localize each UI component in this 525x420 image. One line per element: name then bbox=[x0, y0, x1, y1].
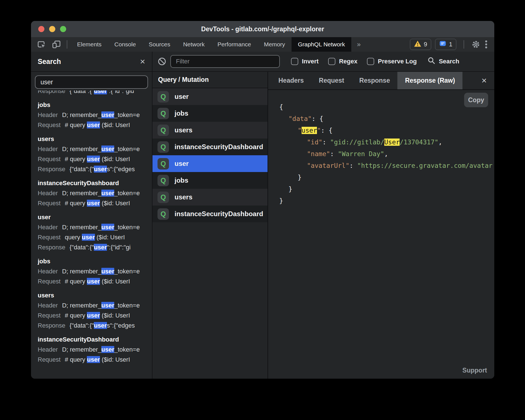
search-panel-close-icon[interactable]: × bbox=[140, 57, 145, 66]
search-result-section-title[interactable]: jobs bbox=[38, 100, 145, 110]
tab-sources[interactable]: Sources bbox=[142, 37, 177, 52]
search-result-row[interactable]: HeaderD; remember_user_token=e bbox=[38, 144, 145, 154]
issues-badge[interactable]: 1 bbox=[435, 39, 456, 50]
search-icon bbox=[427, 56, 436, 66]
search-text-segment: _token=e bbox=[114, 302, 140, 309]
tab-elements[interactable]: Elements bbox=[71, 37, 108, 52]
screen-background: DevTools - gitlab.com/-/graphql-explorer bbox=[0, 0, 525, 420]
query-list-item[interactable]: Qjobs bbox=[152, 105, 268, 122]
search-result-row[interactable]: Request# query user ($id: UserI bbox=[38, 154, 145, 164]
search-result-row[interactable]: HeaderD; remember_user_token=e bbox=[38, 222, 145, 232]
tabbar-right-controls: 9 1 bbox=[410, 37, 495, 52]
query-list-item[interactable]: Qusers bbox=[152, 122, 268, 139]
filter-option-invert[interactable]: Invert bbox=[291, 58, 319, 65]
search-input[interactable] bbox=[35, 75, 148, 89]
json-token: } bbox=[279, 197, 283, 204]
filter-search-button[interactable]: Search bbox=[427, 56, 459, 66]
search-result-section-title[interactable]: users bbox=[38, 134, 145, 144]
search-result-row[interactable]: HeaderD; remember_user_token=e bbox=[38, 300, 145, 311]
search-result-label: Request bbox=[38, 200, 61, 207]
search-match-highlight: user bbox=[94, 166, 107, 173]
checkbox-preserve-log[interactable] bbox=[367, 58, 374, 65]
search-result-row[interactable]: Request# query user ($id: UserI bbox=[38, 311, 145, 321]
search-result-label: Request bbox=[38, 156, 61, 163]
warnings-badge[interactable]: 9 bbox=[410, 39, 431, 50]
search-result-text: # query user ($id: UserI bbox=[65, 312, 130, 319]
search-result-row[interactable]: Requestquery user ($id: UserI bbox=[38, 232, 145, 242]
search-result-section-title[interactable]: instanceSecurityDashboard bbox=[38, 335, 145, 345]
search-result-text: D; remember_user_token=e bbox=[62, 111, 140, 118]
titlebar: DevTools - gitlab.com/-/graphql-explorer bbox=[31, 21, 494, 37]
response-tab-response[interactable]: Response bbox=[352, 72, 398, 89]
checkbox-regex[interactable] bbox=[328, 58, 335, 65]
tab-network[interactable]: Network bbox=[177, 37, 211, 52]
response-tab-response-raw[interactable]: Response (Raw) bbox=[397, 72, 462, 89]
filter-option-preserve-log[interactable]: Preserve Log bbox=[367, 58, 417, 65]
support-link[interactable]: Support bbox=[462, 367, 487, 374]
search-result-label: Header bbox=[38, 268, 58, 275]
search-result-row[interactable]: HeaderD; remember_user_token=e bbox=[38, 345, 145, 355]
response-panel-close-icon[interactable]: × bbox=[474, 72, 494, 89]
devtools-tabbar: ElementsConsoleSourcesNetworkPerformance… bbox=[31, 37, 494, 52]
json-token: " bbox=[298, 127, 302, 134]
search-result-row[interactable]: Response{"data":{"users":{"edges bbox=[38, 321, 145, 331]
query-list-item[interactable]: Quser bbox=[152, 155, 268, 172]
kebab-menu-icon[interactable] bbox=[484, 40, 488, 49]
network-panel-body: InvertRegexPreserve Log Search bbox=[152, 52, 494, 379]
search-result-section-title[interactable]: users bbox=[38, 290, 145, 300]
search-result-row[interactable]: Response{"data":{"user":{"id":"gi bbox=[38, 242, 145, 252]
filter-option-regex[interactable]: Regex bbox=[328, 58, 357, 65]
search-result-label: Request bbox=[38, 234, 61, 241]
copy-button[interactable]: Copy bbox=[464, 93, 488, 107]
query-label: jobs bbox=[175, 176, 188, 184]
search-text-segment: D; remember_ bbox=[62, 302, 101, 309]
query-list-item[interactable]: Qjobs bbox=[152, 172, 268, 189]
search-result-row[interactable]: HeaderD; remember_user_token=e bbox=[38, 110, 145, 120]
search-result-row[interactable]: HeaderD; remember_user_token=e bbox=[38, 188, 145, 198]
tab-performance[interactable]: Performance bbox=[211, 37, 257, 52]
search-result-section-title[interactable]: instanceSecurityDashboard bbox=[38, 178, 145, 188]
search-result-section-title[interactable]: jobs bbox=[38, 256, 145, 266]
query-list-item[interactable]: QinstanceSecurityDashboard bbox=[152, 139, 268, 155]
search-match-highlight-yellow: user bbox=[302, 127, 317, 134]
tab-graphql-network[interactable]: GraphQL Network bbox=[292, 37, 351, 52]
response-tabs: HeadersRequestResponseResponse (Raw) bbox=[271, 72, 462, 89]
tab-console[interactable]: Console bbox=[108, 37, 142, 52]
minimize-window-button[interactable] bbox=[49, 26, 55, 32]
response-tab-headers[interactable]: Headers bbox=[271, 72, 311, 89]
settings-gear-icon[interactable] bbox=[471, 40, 480, 49]
search-match-highlight-yellow: User bbox=[384, 139, 400, 146]
device-toolbar-icon[interactable] bbox=[52, 40, 61, 49]
search-result-row[interactable]: Response{"data":{"user":{"id":"gid bbox=[38, 90, 145, 96]
more-tabs-button[interactable]: » bbox=[351, 37, 366, 52]
search-result-section-title[interactable]: user bbox=[38, 212, 145, 222]
search-result-row[interactable]: Request# query user ($id: UserI bbox=[38, 276, 145, 287]
search-text-segment: _token=e bbox=[114, 346, 140, 353]
close-window-button[interactable] bbox=[38, 26, 44, 32]
query-label: user bbox=[175, 93, 189, 101]
search-match-highlight: user bbox=[101, 302, 114, 309]
json-token: } bbox=[288, 185, 292, 193]
search-result-row[interactable]: Request# query user ($id: UserI bbox=[38, 355, 145, 365]
search-result-row[interactable]: Request# query user ($id: UserI bbox=[38, 198, 145, 208]
zoom-window-button[interactable] bbox=[60, 26, 66, 32]
search-match-highlight: user bbox=[94, 90, 107, 94]
search-result-label: Header bbox=[38, 190, 58, 197]
search-result-row[interactable]: Request# query user ($id: UserI bbox=[38, 120, 145, 130]
query-list-item[interactable]: QinstanceSecurityDashboard bbox=[152, 206, 268, 222]
query-list-item[interactable]: Qusers bbox=[152, 189, 268, 206]
clear-log-icon[interactable] bbox=[157, 57, 166, 66]
search-result-row[interactable]: Response{"data":{"users":{"edges bbox=[38, 164, 145, 174]
search-result-label: Request bbox=[38, 278, 61, 285]
search-text-segment: D; remember_ bbox=[62, 145, 101, 152]
devtools-tabs: ElementsConsoleSourcesNetworkPerformance… bbox=[71, 37, 351, 52]
response-tab-request[interactable]: Request bbox=[311, 72, 352, 89]
search-result-row[interactable]: HeaderD; remember_user_token=e bbox=[38, 266, 145, 276]
checkbox-invert[interactable] bbox=[291, 58, 298, 65]
search-text-segment: ($id: UserI bbox=[100, 356, 130, 363]
filter-input[interactable] bbox=[170, 55, 280, 68]
tab-memory[interactable]: Memory bbox=[257, 37, 292, 52]
query-list-item[interactable]: Quser bbox=[152, 88, 268, 105]
query-type-badge: Q bbox=[157, 175, 169, 186]
inspect-element-icon[interactable] bbox=[37, 40, 46, 49]
